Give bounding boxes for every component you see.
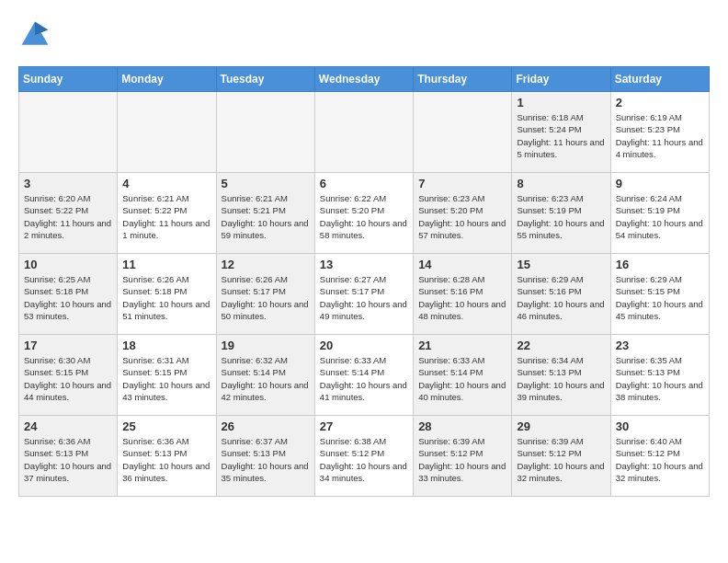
day-number: 16 (616, 258, 704, 271)
day-info: Sunrise: 6:21 AM Sunset: 5:22 PM Dayligh… (122, 192, 210, 241)
day-number: 4 (122, 177, 210, 190)
calendar-cell: 19Sunrise: 6:32 AM Sunset: 5:14 PM Dayli… (216, 335, 314, 416)
calendar-cell: 14Sunrise: 6:28 AM Sunset: 5:16 PM Dayli… (414, 254, 512, 335)
weekday-header-tuesday: Tuesday (216, 67, 314, 92)
calendar-cell (414, 92, 512, 173)
day-number: 9 (616, 177, 704, 190)
day-info: Sunrise: 6:30 AM Sunset: 5:15 PM Dayligh… (24, 354, 112, 403)
calendar-cell (314, 92, 413, 173)
weekday-header-friday: Friday (512, 67, 610, 92)
day-number: 27 (320, 419, 408, 433)
day-info: Sunrise: 6:31 AM Sunset: 5:15 PM Dayligh… (122, 354, 210, 403)
calendar-cell: 16Sunrise: 6:29 AM Sunset: 5:15 PM Dayli… (610, 254, 709, 335)
calendar-table: SundayMondayTuesdayWednesdayThursdayFrid… (18, 66, 710, 497)
day-number: 25 (122, 419, 210, 433)
calendar-cell: 2Sunrise: 6:19 AM Sunset: 5:23 PM Daylig… (610, 92, 709, 173)
day-number: 8 (517, 177, 605, 190)
weekday-header-row: SundayMondayTuesdayWednesdayThursdayFrid… (19, 67, 710, 92)
day-number: 29 (517, 419, 605, 433)
day-info: Sunrise: 6:23 AM Sunset: 5:19 PM Dayligh… (517, 192, 605, 241)
day-number: 19 (222, 339, 310, 352)
day-info: Sunrise: 6:32 AM Sunset: 5:14 PM Dayligh… (222, 354, 310, 403)
day-number: 11 (122, 258, 210, 271)
day-info: Sunrise: 6:27 AM Sunset: 5:17 PM Dayligh… (320, 273, 408, 322)
day-info: Sunrise: 6:26 AM Sunset: 5:17 PM Dayligh… (222, 273, 310, 322)
day-info: Sunrise: 6:20 AM Sunset: 5:22 PM Dayligh… (24, 192, 112, 241)
day-info: Sunrise: 6:28 AM Sunset: 5:16 PM Dayligh… (418, 273, 506, 322)
calendar-cell: 25Sunrise: 6:36 AM Sunset: 5:13 PM Dayli… (118, 416, 216, 497)
day-info: Sunrise: 6:21 AM Sunset: 5:21 PM Dayligh… (222, 192, 310, 241)
day-number: 7 (418, 177, 506, 190)
day-number: 6 (320, 177, 408, 190)
svg-marker-1 (35, 22, 48, 35)
day-info: Sunrise: 6:29 AM Sunset: 5:15 PM Dayligh… (616, 273, 704, 322)
day-info: Sunrise: 6:34 AM Sunset: 5:13 PM Dayligh… (517, 354, 605, 403)
week-row-0: 1Sunrise: 6:18 AM Sunset: 5:24 PM Daylig… (19, 92, 710, 173)
calendar-cell: 5Sunrise: 6:21 AM Sunset: 5:21 PM Daylig… (216, 173, 314, 254)
day-number: 23 (616, 339, 704, 352)
calendar-cell (216, 92, 314, 173)
calendar-cell (19, 92, 118, 173)
calendar-cell: 20Sunrise: 6:33 AM Sunset: 5:14 PM Dayli… (314, 335, 413, 416)
calendar-cell: 11Sunrise: 6:26 AM Sunset: 5:18 PM Dayli… (118, 254, 216, 335)
day-info: Sunrise: 6:19 AM Sunset: 5:23 PM Dayligh… (616, 111, 704, 160)
calendar-cell: 7Sunrise: 6:23 AM Sunset: 5:20 PM Daylig… (414, 173, 512, 254)
day-number: 20 (320, 339, 408, 352)
logo-icon (18, 18, 51, 52)
calendar-cell: 30Sunrise: 6:40 AM Sunset: 5:12 PM Dayli… (610, 416, 709, 497)
calendar-cell: 10Sunrise: 6:25 AM Sunset: 5:18 PM Dayli… (19, 254, 118, 335)
day-number: 21 (418, 339, 506, 352)
day-info: Sunrise: 6:40 AM Sunset: 5:12 PM Dayligh… (616, 435, 704, 484)
weekday-header-saturday: Saturday (610, 67, 709, 92)
day-number: 18 (122, 339, 210, 352)
calendar-cell (118, 92, 216, 173)
day-info: Sunrise: 6:22 AM Sunset: 5:20 PM Dayligh… (320, 192, 408, 241)
calendar-cell: 4Sunrise: 6:21 AM Sunset: 5:22 PM Daylig… (118, 173, 216, 254)
day-number: 17 (24, 339, 112, 352)
day-number: 28 (418, 419, 506, 433)
day-info: Sunrise: 6:25 AM Sunset: 5:18 PM Dayligh… (24, 273, 112, 322)
weekday-header-wednesday: Wednesday (314, 67, 413, 92)
day-number: 26 (222, 419, 310, 433)
calendar-cell: 18Sunrise: 6:31 AM Sunset: 5:15 PM Dayli… (118, 335, 216, 416)
day-info: Sunrise: 6:24 AM Sunset: 5:19 PM Dayligh… (616, 192, 704, 241)
calendar-cell: 1Sunrise: 6:18 AM Sunset: 5:24 PM Daylig… (512, 92, 610, 173)
day-number: 22 (517, 339, 605, 352)
day-info: Sunrise: 6:29 AM Sunset: 5:16 PM Dayligh… (517, 273, 605, 322)
week-row-2: 10Sunrise: 6:25 AM Sunset: 5:18 PM Dayli… (19, 254, 710, 335)
calendar-cell: 22Sunrise: 6:34 AM Sunset: 5:13 PM Dayli… (512, 335, 610, 416)
weekday-header-monday: Monday (118, 67, 216, 92)
calendar-cell: 27Sunrise: 6:38 AM Sunset: 5:12 PM Dayli… (314, 416, 413, 497)
calendar-cell: 28Sunrise: 6:39 AM Sunset: 5:12 PM Dayli… (414, 416, 512, 497)
day-info: Sunrise: 6:39 AM Sunset: 5:12 PM Dayligh… (517, 435, 605, 484)
calendar-cell: 3Sunrise: 6:20 AM Sunset: 5:22 PM Daylig… (19, 173, 118, 254)
day-number: 3 (24, 177, 112, 190)
calendar-cell: 21Sunrise: 6:33 AM Sunset: 5:14 PM Dayli… (414, 335, 512, 416)
calendar-cell: 24Sunrise: 6:36 AM Sunset: 5:13 PM Dayli… (19, 416, 118, 497)
day-number: 14 (418, 258, 506, 271)
day-number: 15 (517, 258, 605, 271)
day-info: Sunrise: 6:33 AM Sunset: 5:14 PM Dayligh… (320, 354, 408, 403)
day-info: Sunrise: 6:36 AM Sunset: 5:13 PM Dayligh… (24, 435, 112, 484)
day-info: Sunrise: 6:39 AM Sunset: 5:12 PM Dayligh… (418, 435, 506, 484)
day-number: 5 (222, 177, 310, 190)
week-row-1: 3Sunrise: 6:20 AM Sunset: 5:22 PM Daylig… (19, 173, 710, 254)
calendar-cell: 13Sunrise: 6:27 AM Sunset: 5:17 PM Dayli… (314, 254, 413, 335)
calendar-cell: 9Sunrise: 6:24 AM Sunset: 5:19 PM Daylig… (610, 173, 709, 254)
calendar-cell: 6Sunrise: 6:22 AM Sunset: 5:20 PM Daylig… (314, 173, 413, 254)
week-row-3: 17Sunrise: 6:30 AM Sunset: 5:15 PM Dayli… (19, 335, 710, 416)
calendar-cell: 17Sunrise: 6:30 AM Sunset: 5:15 PM Dayli… (19, 335, 118, 416)
day-info: Sunrise: 6:18 AM Sunset: 5:24 PM Dayligh… (517, 111, 605, 160)
calendar-cell: 29Sunrise: 6:39 AM Sunset: 5:12 PM Dayli… (512, 416, 610, 497)
weekday-header-sunday: Sunday (19, 67, 118, 92)
day-number: 2 (616, 96, 704, 109)
day-info: Sunrise: 6:26 AM Sunset: 5:18 PM Dayligh… (122, 273, 210, 322)
logo (18, 18, 57, 52)
day-info: Sunrise: 6:38 AM Sunset: 5:12 PM Dayligh… (320, 435, 408, 484)
day-number: 30 (616, 419, 704, 433)
day-info: Sunrise: 6:33 AM Sunset: 5:14 PM Dayligh… (418, 354, 506, 403)
day-number: 1 (517, 96, 605, 109)
week-row-4: 24Sunrise: 6:36 AM Sunset: 5:13 PM Dayli… (19, 416, 710, 497)
day-info: Sunrise: 6:35 AM Sunset: 5:13 PM Dayligh… (616, 354, 704, 403)
calendar-cell: 12Sunrise: 6:26 AM Sunset: 5:17 PM Dayli… (216, 254, 314, 335)
